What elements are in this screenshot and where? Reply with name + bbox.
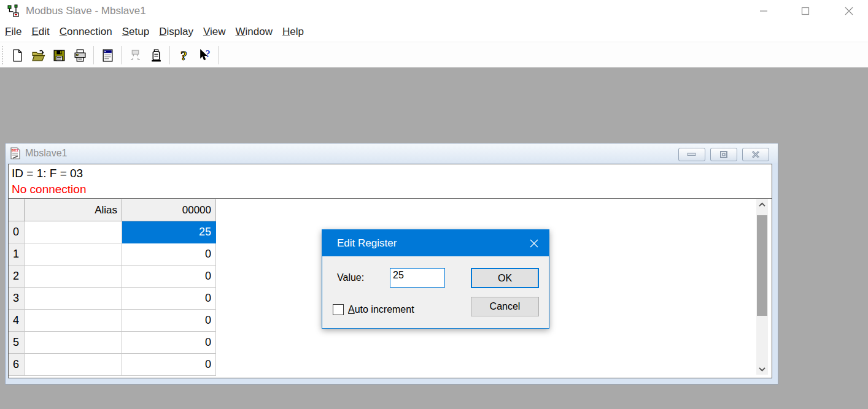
row-number-header <box>9 199 25 221</box>
menu-setup[interactable]: Setup <box>117 22 154 42</box>
child-window-controls <box>673 148 769 161</box>
dialog-close-icon[interactable] <box>529 238 540 249</box>
alias-cell[interactable] <box>25 332 122 354</box>
scroll-down-icon[interactable] <box>756 364 768 375</box>
table-row: 60 <box>9 354 216 376</box>
table-row: 20 <box>9 266 216 288</box>
auto-increment-checkbox[interactable] <box>333 304 344 315</box>
ok-button[interactable]: OK <box>471 268 539 288</box>
cancel-button[interactable]: Cancel <box>471 297 539 316</box>
minimize-button[interactable] <box>750 0 778 22</box>
child-window-title: Mbslave1 <box>25 148 67 159</box>
row-number-cell[interactable]: 3 <box>9 288 25 310</box>
status-area: ID = 1: F = 03 No connection <box>9 164 772 199</box>
row-number-cell[interactable]: 1 <box>9 243 25 266</box>
document-icon: DOC1 <box>9 147 21 160</box>
alias-column-header[interactable]: Alias <box>25 199 122 221</box>
value-cell[interactable]: 0 <box>122 266 216 288</box>
alias-cell[interactable] <box>25 354 122 376</box>
child-minimize-button[interactable] <box>678 148 705 161</box>
row-number-cell[interactable]: 0 <box>9 221 25 243</box>
dialog-title: Edit Register <box>337 237 397 250</box>
open-file-icon[interactable] <box>28 45 48 65</box>
maximize-button[interactable] <box>791 0 820 22</box>
child-titlebar[interactable]: DOC1 Mbslave1 <box>6 143 778 163</box>
alias-cell[interactable] <box>25 266 122 288</box>
value-label: Value: <box>337 268 364 287</box>
menu-bar: File Edit Connection Setup Display View … <box>0 22 868 42</box>
table-row: 025 <box>9 221 216 243</box>
table-row: 10 <box>9 243 216 266</box>
disconnect-icon <box>125 45 145 65</box>
scroll-up-icon[interactable] <box>756 199 768 210</box>
menu-connection[interactable]: Connection <box>55 22 117 42</box>
auto-increment-label[interactable]: Auto increment <box>348 304 414 316</box>
child-restore-button[interactable] <box>710 148 737 161</box>
vertical-scrollbar[interactable] <box>756 199 768 375</box>
value-cell[interactable]: 0 <box>122 243 216 266</box>
value-cell[interactable]: 0 <box>122 310 216 332</box>
table-row: 50 <box>9 332 216 354</box>
mdi-client-area: DOC1 Mbslave1 <box>0 68 868 409</box>
alias-cell[interactable] <box>25 221 122 243</box>
window-title: Modbus Slave - Mbslave1 <box>26 5 146 17</box>
context-help-icon[interactable]: ? <box>195 45 214 65</box>
row-number-cell[interactable]: 2 <box>9 266 25 288</box>
grid-body: 025102030405060 <box>9 221 216 376</box>
svg-text:DOC1: DOC1 <box>12 148 18 151</box>
table-header-row: Alias 00000 <box>9 199 216 221</box>
value-input[interactable] <box>390 268 445 288</box>
menu-edit[interactable]: Edit <box>26 22 54 42</box>
app-icon <box>6 4 21 18</box>
new-document-icon[interactable] <box>7 45 27 65</box>
help-icon[interactable]: ? <box>174 45 193 65</box>
table-row: 30 <box>9 288 216 310</box>
status-connection: No connection <box>12 182 772 197</box>
toolbar: ? ? <box>0 43 868 68</box>
alias-cell[interactable] <box>25 310 122 332</box>
alias-cell[interactable] <box>25 243 122 266</box>
svg-text:?: ? <box>180 48 187 63</box>
alias-cell[interactable] <box>25 288 122 310</box>
menu-help[interactable]: Help <box>277 22 309 42</box>
main-titlebar[interactable]: Modbus Slave - Mbslave1 <box>0 0 868 22</box>
print-icon[interactable] <box>70 45 90 65</box>
connection-setup-icon[interactable] <box>146 45 166 65</box>
value-cell[interactable]: 0 <box>122 288 216 310</box>
toolbar-separator <box>169 46 170 64</box>
scrollbar-thumb[interactable] <box>757 215 767 316</box>
value-cell[interactable]: 0 <box>122 332 216 354</box>
application-window: Modbus Slave - Mbslave1 File Edit Connec… <box>0 0 868 409</box>
edit-register-dialog: Edit Register Value: OK Cancel Auto incr… <box>322 229 549 329</box>
address-column-header[interactable]: 00000 <box>122 199 216 221</box>
toolbar-separator <box>93 46 94 64</box>
value-cell[interactable]: 0 <box>122 354 216 376</box>
dialog-titlebar[interactable]: Edit Register <box>322 230 549 256</box>
status-id-function: ID = 1: F = 03 <box>12 166 772 182</box>
menu-window[interactable]: Window <box>230 22 277 42</box>
table-row: 40 <box>9 310 216 332</box>
toolbar-separator <box>121 46 122 64</box>
toolbar-separator <box>218 46 219 64</box>
row-number-cell[interactable]: 4 <box>9 310 25 332</box>
display-setup-icon[interactable] <box>98 45 117 65</box>
menu-view[interactable]: View <box>198 22 231 42</box>
toolbar-gripper <box>2 46 4 64</box>
svg-text:?: ? <box>205 48 210 59</box>
save-icon[interactable] <box>49 45 69 65</box>
row-number-cell[interactable]: 5 <box>9 332 25 354</box>
row-number-cell[interactable]: 6 <box>9 354 25 376</box>
close-button[interactable] <box>835 0 863 22</box>
menu-file[interactable]: File <box>0 22 26 42</box>
menu-display[interactable]: Display <box>154 22 198 42</box>
value-cell[interactable]: 25 <box>122 221 216 243</box>
child-close-button[interactable] <box>742 148 769 161</box>
register-table: Alias 00000 025102030405060 <box>9 199 216 376</box>
